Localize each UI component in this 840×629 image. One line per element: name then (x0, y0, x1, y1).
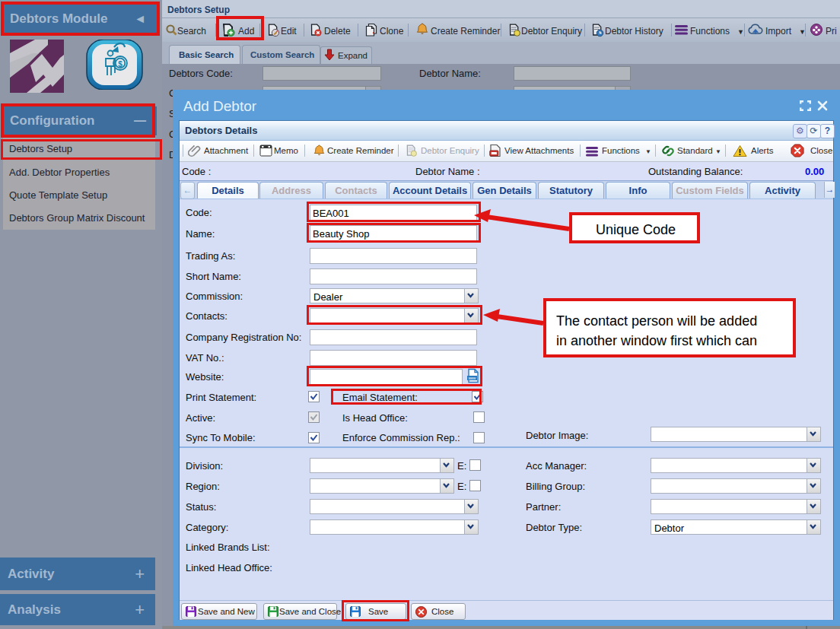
svg-text:$: $ (118, 60, 123, 68)
